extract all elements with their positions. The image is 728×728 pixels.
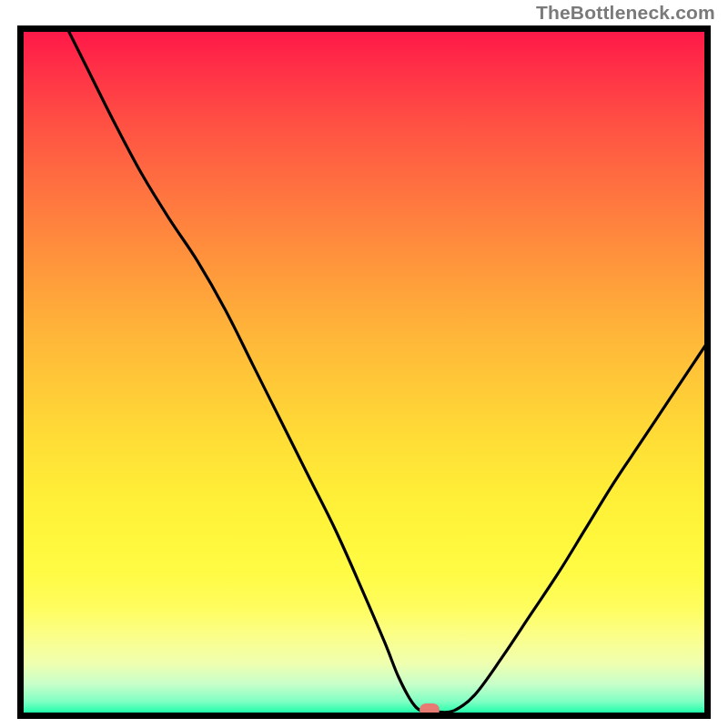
- bottleneck-curve: [17, 25, 711, 719]
- plot-area: [17, 25, 711, 719]
- chart-root: TheBottleneck.com: [0, 0, 728, 728]
- optimal-point-marker: [420, 703, 440, 716]
- watermark-label: TheBottleneck.com: [536, 2, 715, 24]
